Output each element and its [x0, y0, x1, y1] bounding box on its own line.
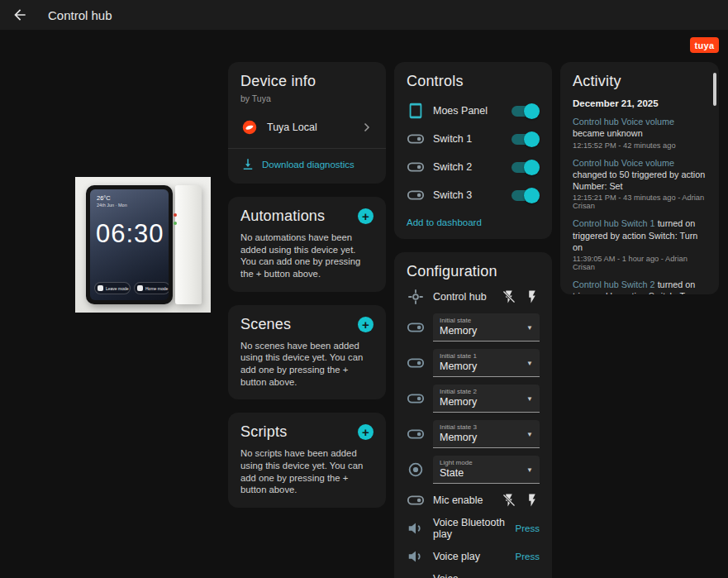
panel-device-icon [407, 102, 425, 120]
event-text: changed to 50 triggered by action Number… [573, 170, 705, 191]
config-row-label: Voice volume [433, 573, 469, 578]
voice-bluetooth-play-press-button[interactable]: Press [516, 523, 540, 533]
activity-entry: Control hub Switch 2 turned on triggered… [573, 279, 707, 294]
entity-row-switch-2[interactable]: Switch 2 [407, 155, 540, 179]
red-led [174, 213, 177, 217]
add-scene-button[interactable]: + [358, 317, 374, 332]
download-diagnostics-link[interactable]: Download diagnostics [228, 148, 386, 172]
scenes-title: Scenes [240, 316, 291, 333]
entity-row-switch-3[interactable]: Switch 3 [407, 183, 540, 208]
scripts-empty-text: No scripts have been added using this de… [240, 447, 374, 496]
activity-date: December 21, 2025 [573, 98, 707, 108]
add-script-button[interactable]: + [358, 424, 374, 440]
config-row-light-mode: Light mode State ▼ [407, 456, 540, 484]
home-mode-button: Home mode [134, 282, 169, 294]
diagnostics-label: Download diagnostics [262, 160, 354, 170]
config-row-control-hub[interactable]: Control hub [407, 288, 540, 306]
initial-state-3-select[interactable]: Initial state 3 Memory ▼ [433, 420, 540, 448]
select-label: Initial state 1 [440, 352, 533, 360]
entity-link[interactable]: Control hub Switch 2 [573, 279, 655, 289]
automations-card: Automations + No automations have been a… [228, 197, 386, 292]
controls-card: Controls Moes Panel Switch 1 Switch 2 Sw… [394, 62, 552, 239]
toggle-icon [407, 389, 425, 408]
switch-1-toggle[interactable] [512, 134, 540, 145]
configuration-card: Configuration Control hub Initial state … [394, 252, 552, 578]
back-button[interactable] [12, 6, 30, 24]
tuya-logo: tuya [690, 37, 719, 53]
select-label: Initial state 2 [440, 388, 533, 395]
entry-timestamp: 12:15:21 PM - 43 minutes ago - Adrian Cr… [573, 193, 707, 210]
chevron-down-icon: ▼ [526, 359, 533, 366]
config-row-mic-enable[interactable]: Mic enable [407, 491, 540, 509]
activity-scrollbar[interactable] [713, 73, 716, 106]
app-header: Control hub [0, 0, 728, 30]
entity-label: Switch 1 [433, 133, 503, 145]
entity-label: Switch 2 [433, 161, 503, 173]
select-label: Light mode [440, 459, 533, 466]
switch-2-toggle[interactable] [512, 162, 540, 173]
device-photo-side-panel [175, 185, 202, 304]
switch-icon [407, 158, 425, 176]
select-value: Memory [440, 432, 533, 443]
activity-entry: Control hub Voice volume became unknown … [573, 116, 707, 150]
device-info-card: Device info by Tuya Tuya Local Download … [228, 62, 386, 184]
flash-off-icon[interactable] [502, 493, 516, 508]
toggle-icon [407, 425, 425, 443]
green-led [174, 222, 177, 225]
entity-link[interactable]: Control hub Voice volume [573, 158, 674, 168]
entry-timestamp: 11:39:05 AM - 1 hour ago - Adrian Crisan [573, 255, 707, 271]
entity-label: Moes Panel [433, 105, 503, 117]
arrow-left-icon [12, 7, 28, 23]
flash-icon[interactable] [525, 289, 540, 304]
chevron-down-icon: ▼ [526, 323, 533, 331]
chevron-down-icon: ▼ [526, 394, 533, 402]
entity-link[interactable]: Control hub Switch 1 [573, 218, 655, 228]
select-label: Initial state 3 [440, 423, 533, 431]
scenes-card: Scenes + No scenes have been added using… [228, 305, 386, 400]
device-photo-tablet: 26°C 24th Jun · Mon 06:30 Leave mode Hom… [86, 185, 173, 304]
config-row-initial-state: Initial state Memory ▼ [407, 313, 540, 342]
toggle-icon [407, 318, 425, 337]
config-row-voice-play: Voice play Press [407, 547, 540, 566]
config-row-initial-state-1: Initial state 1 Memory ▼ [407, 349, 540, 377]
config-row-label: Voice play [433, 551, 507, 562]
entity-row-moes-panel[interactable]: Moes Panel [407, 98, 540, 123]
chevron-down-icon: ▼ [526, 430, 533, 437]
controls-add-to-dashboard-link[interactable]: Add to dashboard [407, 217, 540, 227]
automations-empty-text: No automations have been added using thi… [240, 232, 374, 280]
switch-3-toggle[interactable] [512, 190, 540, 201]
light-mode-icon [407, 461, 425, 479]
light-mode-select[interactable]: Light mode State ▼ [433, 456, 540, 484]
leave-mode-button: Leave mode [94, 282, 131, 294]
scripts-card: Scripts + No scripts have been added usi… [228, 413, 386, 508]
controls-title: Controls [407, 73, 540, 90]
automations-title: Automations [240, 208, 325, 225]
initial-state-select[interactable]: Initial state Memory ▼ [433, 313, 540, 342]
integration-name: Tuya Local [267, 122, 350, 133]
entry-timestamp: 12:15:52 PM - 42 minutes ago [573, 141, 707, 150]
home-icon [137, 285, 143, 291]
add-automation-button[interactable]: + [358, 208, 374, 224]
select-value: Memory [440, 396, 533, 408]
moes-panel-toggle[interactable] [512, 106, 540, 117]
device-manufacturer: by Tuya [240, 93, 374, 103]
initial-state-1-select[interactable]: Initial state 1 Memory ▼ [433, 349, 540, 377]
device-photo: 26°C 24th Jun · Mon 06:30 Leave mode Hom… [75, 177, 211, 313]
integration-row[interactable]: Tuya Local [240, 112, 374, 143]
toggle-icon [407, 354, 425, 372]
select-value: State [440, 467, 533, 479]
activity-title: Activity [573, 73, 707, 90]
entity-row-switch-1[interactable]: Switch 1 [407, 127, 540, 151]
photo-temperature: 26°C [97, 194, 111, 202]
config-row-initial-state-2: Initial state 2 Memory ▼ [407, 385, 540, 413]
voice-play-press-button[interactable]: Press [516, 552, 540, 561]
flash-off-icon[interactable] [502, 289, 516, 304]
flash-icon[interactable] [525, 493, 540, 508]
entity-link[interactable]: Control hub Voice volume [573, 117, 674, 127]
download-icon [240, 157, 255, 172]
device-info-title: Device info [240, 73, 374, 90]
config-row-initial-state-3: Initial state 3 Memory ▼ [407, 420, 540, 448]
activity-card: Activity December 21, 2025 Control hub V… [560, 62, 719, 294]
tuya-local-icon [240, 118, 259, 136]
initial-state-2-select[interactable]: Initial state 2 Memory ▼ [433, 385, 540, 413]
